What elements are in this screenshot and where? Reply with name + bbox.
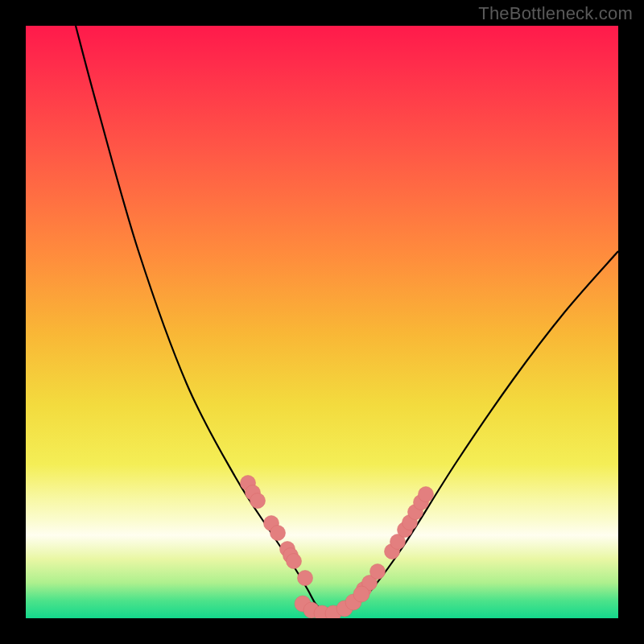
curve-markers-right [357,487,434,597]
curve-markers-left [241,476,313,586]
bottleneck-chart [26,26,618,618]
curve-right [333,251,618,617]
curve-marker [287,554,302,569]
attribution-text: TheBottleneck.com [478,3,633,24]
curve-marker [353,586,369,602]
curve-left [76,26,333,617]
curve-marker [419,487,434,502]
curve-markers-bottom [295,586,369,618]
curve-marker [270,526,286,541]
curve-marker [250,493,266,509]
curve-marker [370,564,386,580]
chart-frame [26,26,618,618]
curve-marker [298,571,313,586]
